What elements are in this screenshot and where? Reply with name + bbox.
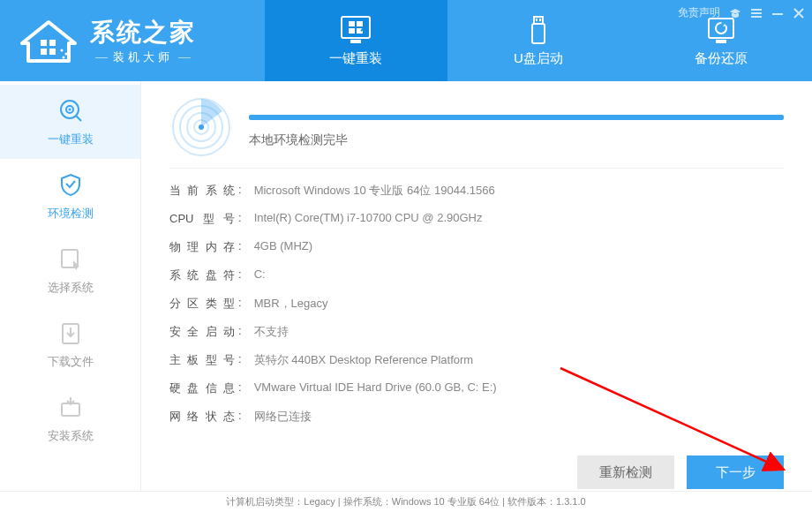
tab-label: 一键重装 — [329, 50, 382, 67]
info-value: 网络已连接 — [254, 409, 312, 425]
windows-reinstall-icon — [338, 15, 373, 45]
info-row-motherboard: 主板型号:英特尔 440BX Desktop Reference Platfor… — [169, 352, 784, 368]
minimize-icon[interactable] — [771, 7, 784, 19]
footer-text: 计算机启动类型：Legacy | 操作系统：Windows 10 专业版 64位… — [226, 495, 585, 508]
svg-rect-13 — [532, 24, 545, 43]
info-row-network: 网络状态:网络已连接 — [169, 409, 784, 425]
sidebar-item-reinstall[interactable]: 一键重装 — [0, 85, 140, 159]
info-row-disk: 硬盘信息:VMware Virtual IDE Hard Drive (60.0… — [169, 380, 784, 396]
body: 一键重装 环境检测 选择系统 下载文件 安装系统 — [0, 81, 812, 491]
usb-icon — [521, 15, 556, 45]
svg-point-4 — [61, 49, 64, 51]
progress-col: 本地环境检测完毕 — [249, 106, 784, 148]
progress-fill — [249, 115, 784, 120]
sidebar-item-label: 安装系统 — [48, 428, 94, 444]
info-label: 分区类型 — [169, 296, 235, 312]
info-label: CPU型号 — [169, 211, 235, 227]
info-row-cpu: CPU型号:Intel(R) Core(TM) i7-10700 CPU @ 2… — [169, 211, 784, 227]
progress-bar — [249, 115, 784, 120]
divider — [169, 168, 784, 169]
sidebar-item-env-check[interactable]: 环境检测 — [0, 159, 140, 233]
info-row-memory: 物理内存:4GB (MHZ) — [169, 239, 784, 255]
redetect-button[interactable]: 重新检测 — [577, 456, 674, 489]
info-row-os: 当前系统:Microsoft Windows 10 专业版 64位 19044.… — [169, 183, 784, 199]
svg-point-5 — [65, 52, 68, 55]
graduation-icon[interactable] — [729, 7, 741, 19]
svg-rect-0 — [41, 40, 47, 46]
menu-icon[interactable] — [750, 7, 763, 19]
svg-rect-21 — [751, 12, 762, 14]
action-buttons: 重新检测 下一步 — [577, 456, 784, 489]
disclaimer-link[interactable]: 免责声明 — [678, 5, 720, 20]
svg-point-6 — [63, 56, 65, 58]
next-button[interactable]: 下一步 — [687, 456, 784, 489]
svg-rect-18 — [716, 40, 726, 43]
info-value: Intel(R) Core(TM) i7-10700 CPU @ 2.90GHz — [254, 211, 483, 227]
info-value: MBR，Legacy — [254, 296, 328, 312]
window-controls: 免责声明 — [678, 5, 805, 20]
info-list: 当前系统:Microsoft Windows 10 专业版 64位 19044.… — [169, 183, 784, 425]
target-icon — [56, 96, 85, 124]
svg-point-34 — [199, 124, 204, 130]
tab-usb-boot[interactable]: U盘启动 — [447, 0, 630, 81]
footer: 计算机启动类型：Legacy | 操作系统：Windows 10 专业版 64位… — [0, 491, 812, 512]
info-label: 硬盘信息 — [169, 380, 235, 396]
svg-point-26 — [68, 109, 71, 111]
download-icon — [56, 319, 85, 347]
svg-rect-17 — [709, 19, 733, 38]
svg-rect-8 — [350, 40, 361, 43]
shield-check-icon — [56, 170, 85, 199]
svg-rect-9 — [349, 21, 355, 26]
progress-row: 本地环境检测完毕 — [169, 95, 784, 159]
svg-rect-22 — [751, 16, 762, 18]
select-icon — [56, 245, 85, 273]
svg-rect-20 — [751, 9, 762, 11]
info-value: Microsoft Windows 10 专业版 64位 19044.1566 — [254, 183, 495, 199]
content: 本地环境检测完毕 当前系统:Microsoft Windows 10 专业版 6… — [141, 81, 812, 491]
info-row-drive: 系统盘符:C: — [169, 267, 784, 283]
info-row-secureboot: 安全启动:不支持 — [169, 324, 784, 340]
sidebar-item-select-system[interactable]: 选择系统 — [0, 233, 140, 307]
tab-label: 备份还原 — [695, 50, 748, 67]
sidebar-item-label: 环境检测 — [48, 206, 94, 222]
sidebar: 一键重装 环境检测 选择系统 下载文件 安装系统 — [0, 81, 141, 491]
svg-rect-1 — [49, 40, 56, 46]
svg-rect-16 — [539, 19, 541, 21]
svg-rect-15 — [536, 19, 538, 21]
logo-text: 系统之家 装机大师 — [90, 16, 196, 65]
sidebar-item-install[interactable]: 安装系统 — [0, 381, 140, 456]
progress-status: 本地环境检测完毕 — [249, 132, 784, 148]
tab-label: U盘启动 — [514, 50, 563, 67]
svg-rect-11 — [349, 28, 355, 34]
info-label: 物理内存 — [169, 239, 235, 255]
info-value: C: — [254, 267, 266, 283]
sidebar-item-download[interactable]: 下载文件 — [0, 307, 140, 381]
logo-subtitle: 装机大师 — [90, 49, 196, 65]
radar-icon — [169, 95, 233, 159]
info-value: 不支持 — [254, 324, 289, 340]
info-label: 当前系统 — [169, 183, 235, 199]
info-value: 英特尔 440BX Desktop Reference Platform — [254, 352, 474, 368]
svg-rect-3 — [49, 49, 56, 55]
info-label: 安全启动 — [169, 324, 235, 340]
svg-rect-23 — [772, 13, 783, 15]
sidebar-item-label: 下载文件 — [48, 354, 94, 370]
close-icon[interactable] — [793, 7, 805, 19]
tab-reinstall[interactable]: 一键重装 — [265, 0, 447, 81]
sidebar-item-label: 一键重装 — [48, 132, 94, 147]
logo-title: 系统之家 — [90, 16, 196, 49]
logo-icon — [18, 17, 79, 65]
info-value: 4GB (MHZ) — [254, 239, 312, 255]
info-row-partition: 分区类型:MBR，Legacy — [169, 296, 784, 312]
info-value: VMware Virtual IDE Hard Drive (60.0 GB, … — [254, 380, 497, 396]
header: 系统之家 装机大师 一键重装 U盘启动 备份还原 免责声明 — [0, 0, 812, 81]
sidebar-item-label: 选择系统 — [48, 280, 94, 296]
info-label: 网络状态 — [169, 409, 235, 425]
svg-rect-14 — [534, 17, 543, 24]
info-label: 主板型号 — [169, 352, 235, 368]
info-label: 系统盘符 — [169, 267, 235, 283]
svg-rect-2 — [41, 49, 47, 55]
logo-area: 系统之家 装机大师 — [0, 0, 265, 81]
install-icon — [56, 393, 85, 421]
svg-rect-10 — [357, 21, 363, 26]
